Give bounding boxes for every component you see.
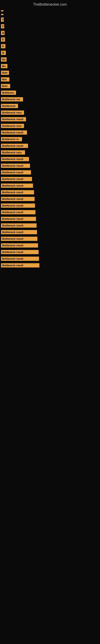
bar-row: Bottleneck result: [0, 243, 100, 248]
bar-row: [0, 14, 100, 15]
bar-label: Bottleneck resu: [1, 150, 25, 154]
bar-label: B: [1, 31, 4, 35]
bar-label: Bottleneck result: [1, 157, 29, 161]
bars-container: FFBEEBBoBoBottBotBottBottlenecBottleneck…: [0, 8, 100, 270]
bar-label: Bottleneck result: [1, 144, 28, 148]
bar-row: E: [0, 38, 100, 42]
bar-row: Bottlenec: [0, 90, 100, 95]
bar-row: Bottleneck result: [0, 197, 100, 201]
bar-row: Bot: [0, 77, 100, 82]
bar-label: Bottlenec: [1, 90, 16, 95]
bar-label: Bottleneck re: [1, 137, 22, 141]
bar-row: Bottleneck result: [0, 157, 100, 161]
bar-row: Bottleneck result: [0, 190, 100, 194]
bar-label: Bottleneck result: [1, 250, 39, 254]
bar-row: Bottleneck result: [0, 237, 100, 241]
bar-row: Bottleneck result: [0, 263, 100, 268]
bar-row: Bott: [0, 84, 100, 88]
bar-row: Bottleneck result: [0, 177, 100, 181]
bar-label: Bottleneck result: [1, 117, 26, 121]
bar-row: Bottleneck: [0, 104, 100, 108]
bar-label: [1, 10, 3, 12]
bar-label: Bottleneck result: [1, 224, 37, 228]
bar-label: Bottleneck result: [1, 237, 37, 241]
bar-row: F: [0, 18, 100, 22]
bar-label: Bottleneck result: [1, 217, 36, 221]
bar-label: Bottleneck result: [1, 130, 27, 135]
bar-row: Bottleneck result: [0, 144, 100, 148]
bar-label: Bottleneck result: [1, 190, 34, 194]
bar-label: B: [1, 51, 6, 55]
bar-label: Bottleneck result: [1, 170, 31, 174]
bar-label: F: [1, 24, 4, 28]
bar-row: Bottleneck result: [0, 164, 100, 168]
bar-label: Bott: [1, 84, 10, 88]
bar-label: Bottleneck result: [1, 204, 35, 208]
bar-row: Bo: [0, 57, 100, 62]
bar-label: Bo: [1, 57, 7, 62]
bar-label: Bottleneck: [1, 104, 18, 108]
bar-row: Bottleneck result: [0, 230, 100, 234]
bar-row: Bottleneck res: [0, 97, 100, 102]
bar-row: Bo: [0, 64, 100, 68]
bar-label: Bottleneck resu: [1, 124, 24, 128]
bar-label: Bottleneck result: [1, 230, 37, 234]
bar-row: Bottleneck result: [0, 210, 100, 214]
bar-label: Bottleneck result: [1, 243, 38, 248]
bar-label: E: [1, 38, 5, 42]
bar-row: Bottleneck result: [0, 117, 100, 121]
bar-row: Bottleneck result: [0, 250, 100, 254]
bar-row: Bottleneck result: [0, 217, 100, 221]
bar-row: F: [0, 24, 100, 28]
bar-label: E: [1, 44, 5, 48]
site-title: TheBottlenecker.com: [0, 0, 100, 8]
bar-label: Bottleneck res: [1, 97, 23, 102]
bar-row: Bottleneck result: [0, 170, 100, 174]
bar-row: Bottleneck result: [0, 224, 100, 228]
bar-row: [0, 10, 100, 12]
bar-label: Bottleneck resu: [1, 110, 24, 115]
bar-row: B: [0, 51, 100, 55]
bar-row: Bottleneck result: [0, 256, 100, 261]
bar-row: Bottleneck resu: [0, 124, 100, 128]
bar-row: B: [0, 31, 100, 35]
bar-row: E: [0, 44, 100, 48]
bar-row: Bottleneck resu: [0, 110, 100, 115]
bar-label: Bott: [1, 71, 9, 75]
bar-label: Bottleneck result: [1, 197, 35, 201]
bar-label: F: [1, 18, 4, 22]
bar-label: Bo: [1, 64, 7, 68]
bar-label: Bottleneck result: [1, 177, 32, 181]
bar-row: Bott: [0, 71, 100, 75]
bar-label: Bot: [1, 77, 9, 82]
bar-label: Bottleneck result: [1, 256, 39, 261]
bar-label: Bottleneck result: [1, 184, 33, 188]
bar-label: Bottleneck result: [1, 263, 39, 268]
bar-row: Bottleneck result: [0, 130, 100, 135]
bar-label: Bottleneck result: [1, 210, 35, 214]
bar-row: Bottleneck result: [0, 204, 100, 208]
bar-label: Bottleneck result: [1, 164, 30, 168]
bar-row: Bottleneck re: [0, 137, 100, 141]
bar-row: Bottleneck result: [0, 184, 100, 188]
bar-label: [1, 14, 3, 15]
bar-row: Bottleneck resu: [0, 150, 100, 154]
